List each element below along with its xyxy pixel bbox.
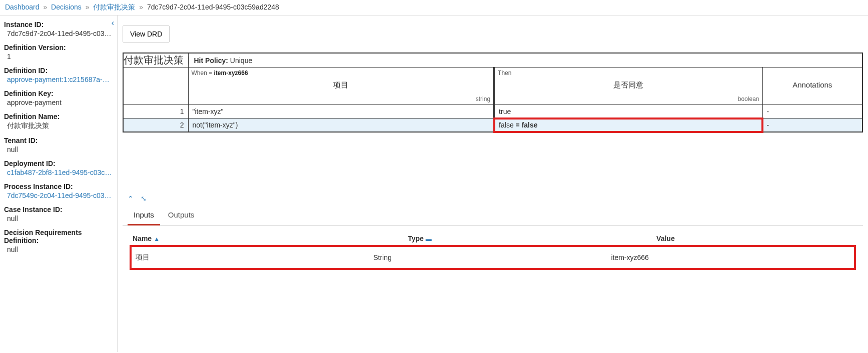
rule-index: 2 xyxy=(123,118,188,132)
col-name-header[interactable]: Name▲ xyxy=(130,230,405,247)
col-value-label: Value xyxy=(656,234,675,242)
deployment-id-label: Deployment ID: xyxy=(4,160,113,168)
instance-id-label: Instance ID: xyxy=(4,20,113,28)
definition-version-label: Definition Version: xyxy=(4,44,113,52)
annotations-label: Annotations xyxy=(763,68,862,89)
hit-policy-value: Unique xyxy=(230,56,252,64)
definition-name-label: Definition Name: xyxy=(4,112,113,120)
col-type-label: Type xyxy=(408,234,424,242)
definition-version-value: 1 xyxy=(4,52,113,60)
tab-outputs[interactable]: Outputs xyxy=(162,206,201,224)
input-row: 项目 String item-xyz666 xyxy=(133,248,853,267)
dmn-hit-policy: Hit Policy: Unique xyxy=(188,53,862,68)
output-type: boolean xyxy=(738,96,759,102)
definition-id-label: Definition ID: xyxy=(4,66,113,74)
rule-output-value: false xyxy=(499,121,515,129)
panel-controls: ⌃ ⤡ xyxy=(123,192,863,204)
drd-value: null xyxy=(4,246,113,254)
collapse-left-icon[interactable]: ‹ xyxy=(112,18,114,28)
instance-id-value: 7dc7c9d7-2c04-11ed-9495-c03c59... xyxy=(4,30,113,38)
definition-name-value: 付款审批决策 xyxy=(4,122,113,130)
breadcrumb-dashboard[interactable]: Dashboard xyxy=(5,3,40,11)
when-prefix: When = xyxy=(192,70,214,76)
breadcrumb: Dashboard » Decisions » 付款审批决策 » 7dc7c9d… xyxy=(0,0,868,16)
output-label: 是否同意 xyxy=(495,68,762,90)
hit-policy-label: Hit Policy: xyxy=(194,56,228,64)
sort-asc-icon: ▲ xyxy=(154,236,160,242)
case-instance-id-label: Case Instance ID: xyxy=(4,206,113,214)
tabs: Inputs Outputs xyxy=(123,206,863,226)
rule-row: 1 "item-xyz" true - xyxy=(123,105,862,118)
dmn-title: 付款审批决策 xyxy=(123,53,188,68)
rule-index: 1 xyxy=(123,105,188,118)
case-instance-id-value: null xyxy=(4,214,113,222)
rule-annotation: - xyxy=(762,105,862,118)
breadcrumb-sep: » xyxy=(86,3,90,11)
col-name-label: Name xyxy=(133,234,152,242)
col-value-header[interactable]: Value xyxy=(653,230,856,247)
expand-panel-icon[interactable]: ⤡ xyxy=(141,194,147,202)
rule-annotation: - xyxy=(762,118,862,132)
view-drd-button[interactable]: View DRD xyxy=(123,26,170,42)
breadcrumb-definition[interactable]: 付款审批决策 xyxy=(93,3,135,11)
tenant-id-label: Tenant ID: xyxy=(4,136,113,144)
process-instance-id-label: Process Instance ID: xyxy=(4,182,113,190)
breadcrumb-sep: » xyxy=(139,3,143,11)
definition-key-label: Definition Key: xyxy=(4,90,113,98)
rule-output-highlighted: false = false xyxy=(494,118,762,132)
definition-key-value: approve-payment xyxy=(4,98,113,106)
dmn-table: 付款审批决策 Hit Policy: Unique When = item-xy… xyxy=(123,52,863,132)
main-content: View DRD 付款审批决策 Hit Policy: Unique When … xyxy=(118,16,868,352)
col-type-header[interactable]: Type▬ xyxy=(405,230,653,247)
rule-input: "item-xyz" xyxy=(188,105,494,118)
rule-row-matched: 2 not("item-xyz") false = false - xyxy=(123,118,862,132)
breadcrumb-decisions[interactable]: Decisions xyxy=(51,3,82,11)
rule-input: not("item-xyz") xyxy=(188,118,494,132)
sort-neutral-icon: ▬ xyxy=(426,236,432,242)
breadcrumb-sep: » xyxy=(43,3,47,11)
output-column-header: Then 是否同意 boolean xyxy=(495,68,762,104)
tenant-id-value: null xyxy=(4,146,113,154)
input-column-header: When = item-xyz666 项目 string xyxy=(189,68,494,104)
rule-output: true xyxy=(494,105,762,118)
annotations-column-header: Annotations xyxy=(763,68,862,104)
input-type: string xyxy=(476,96,490,102)
input-row-type: String xyxy=(370,248,608,267)
sidebar: ‹ Instance ID: 7dc7c9d7-2c04-11ed-9495-c… xyxy=(0,16,118,352)
collapse-panel-icon[interactable]: ⌃ xyxy=(128,194,134,202)
input-row-value: item-xyz666 xyxy=(608,248,853,267)
definition-id-value[interactable]: approve-payment:1:c215687a-2bf8-... xyxy=(4,76,113,84)
deployment-id-value[interactable]: c1fab487-2bf8-11ed-9495-c03c59a... xyxy=(4,168,113,176)
process-instance-id-value[interactable]: 7dc7549c-2c04-11ed-9495-c03c59... xyxy=(4,192,113,200)
tab-inputs[interactable]: Inputs xyxy=(128,206,160,226)
rule-output-result: = false xyxy=(516,121,538,129)
highlighted-row-box: 项目 String item-xyz666 xyxy=(130,245,856,270)
drd-label: Decision Requirements Definition: xyxy=(4,228,113,244)
input-row-name: 项目 xyxy=(133,248,370,267)
breadcrumb-current: 7dc7c9d7-2c04-11ed-9495-c03c59ad2248 xyxy=(147,3,279,11)
then-label: Then xyxy=(498,70,511,76)
when-value: item-xyz666 xyxy=(214,70,248,76)
